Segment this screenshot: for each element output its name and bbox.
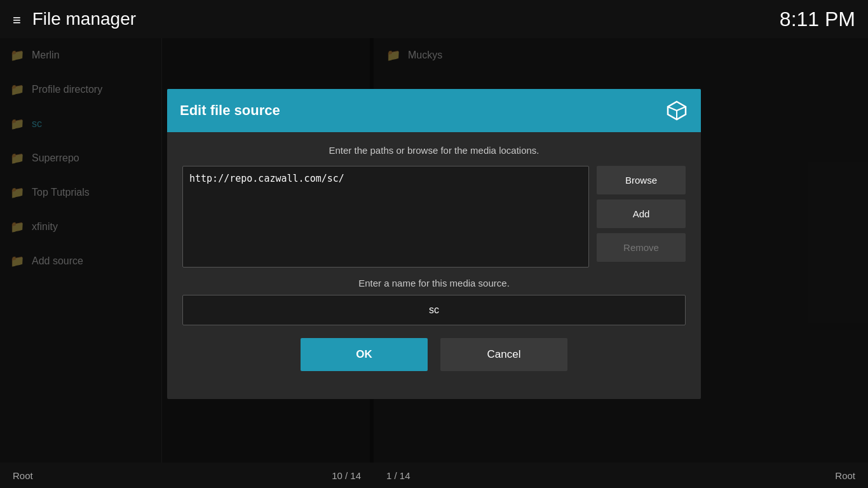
svg-line-2 [677, 107, 686, 111]
dialog-footer: OK Cancel [182, 338, 686, 386]
clock: 8:11 PM [780, 8, 855, 31]
edit-file-source-dialog: Edit file source Enter the paths or brow… [167, 89, 701, 399]
remove-button[interactable]: Remove [597, 233, 686, 262]
footer-right-root: Root [835, 470, 855, 481]
add-button[interactable]: Add [597, 200, 686, 228]
dialog-body: Enter the paths or browse for the media … [167, 132, 701, 399]
svg-line-1 [668, 107, 677, 111]
cancel-button[interactable]: Cancel [440, 338, 567, 371]
footer-left-root: Root [13, 470, 33, 481]
name-input[interactable] [182, 295, 686, 325]
path-textarea[interactable] [182, 166, 589, 268]
kodi-logo [665, 99, 688, 122]
menu-icon[interactable]: ≡ [13, 12, 21, 28]
ok-button[interactable]: OK [301, 338, 428, 371]
path-area: Browse Add Remove [182, 166, 686, 268]
app-title: ≡ File manager [13, 9, 136, 29]
footer-left: Root 10 / 14 [0, 463, 374, 488]
header: ≡ File manager 8:11 PM [0, 0, 868, 38]
footer-left-count: 10 / 14 [332, 470, 361, 481]
path-buttons: Browse Add Remove [597, 166, 686, 268]
footer-right: 1 / 14 Root [374, 463, 868, 488]
footer-right-count: 1 / 14 [386, 470, 410, 481]
name-instruction: Enter a name for this media source. [182, 278, 686, 288]
dialog-header: Edit file source [167, 89, 701, 132]
path-instruction: Enter the paths or browse for the media … [182, 145, 686, 156]
browse-button[interactable]: Browse [597, 166, 686, 194]
dialog-title: Edit file source [180, 102, 280, 119]
